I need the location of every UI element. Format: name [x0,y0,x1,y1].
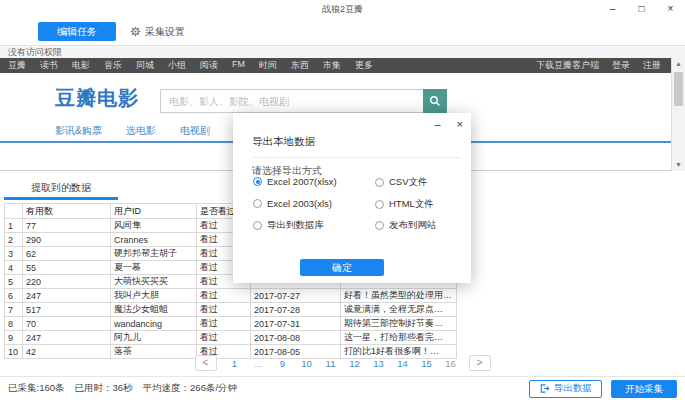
radio-option-website[interactable]: 发布到网站 [375,219,437,232]
col-header-useful: 有用数 [23,204,111,219]
page-15[interactable]: 15 [421,358,433,369]
page-1[interactable]: 1 [229,358,241,369]
subnav-tv[interactable]: 电视剧 [180,124,210,138]
confirm-button[interactable]: 确定 [300,259,384,276]
scroll-up-icon[interactable]: ▲ [672,58,685,70]
browser-scrollbar[interactable]: ▲ ▼ [671,58,685,171]
cell-user: 风间隼 [111,219,197,233]
nav-item-douban[interactable]: 豆瓣 [8,59,26,72]
start-collect-button[interactable]: 开始采集 [611,380,677,398]
title-bar: 战狼2豆瓣 – □ × [0,0,685,18]
nav-item-city[interactable]: 同城 [136,59,154,72]
dialog-title: 导出本地数据 [252,135,315,149]
subnav-pick-movie[interactable]: 选电影 [126,124,156,138]
cell-comment: 好看！虽然类型的处理用… [341,289,457,303]
search-button[interactable] [423,89,447,113]
radio-label: CSV文件 [389,176,428,189]
nav-item-register[interactable]: 注册 [643,59,661,72]
export-dialog: – × 导出本地数据 请选择导出方式 Excel 2007(xlsx) CSV文… [233,113,471,283]
close-button[interactable]: × [656,0,685,18]
douban-nav-bar: 豆瓣 读书 电影 音乐 同城 小组 阅读 FM 时间 东西 市集 更多 下载豆瓣… [0,58,671,73]
page-11[interactable]: 11 [325,358,337,369]
cell-index: 8 [5,317,23,331]
table-row: 9 247 阿九儿 看过 2017-08-08 这一星，打给那些看完… [5,331,457,345]
douban-movie-logo[interactable]: 豆瓣电影 [55,85,139,112]
radio-option-database[interactable]: 导出到数据库 [253,219,324,232]
edit-task-button[interactable]: 编辑任务 [38,22,116,41]
nav-item-market[interactable]: 市集 [323,59,341,72]
cell-index: 9 [5,331,23,345]
nav-item-time[interactable]: 时间 [259,59,277,72]
page-12[interactable]: 12 [349,358,361,369]
radio-icon [253,199,262,208]
status-bar: 已采集:160条 已用时：36秒 平均速度：266条/分钟 导出数据 开始采集 [0,376,685,400]
pagination: < 1 ... 9 10 11 12 13 14 15 16 > [0,353,685,373]
nav-item-fm[interactable]: FM [232,59,245,72]
cell-comment: 期待第三部控制好节奏… [341,317,457,331]
cell-comment: 这一星，打给那些看完… [341,331,457,345]
radio-option-html[interactable]: HTML文件 [375,198,434,211]
scrollbar-thumb[interactable] [674,72,683,106]
douban-nav-right: 下载豆瓣客户端 登录 注册 [536,59,671,72]
page-9[interactable]: 9 [277,358,289,369]
tab-extracted-data[interactable]: 提取到的数据 [4,175,118,200]
dialog-close-button[interactable]: × [457,118,463,130]
nav-item-login[interactable]: 登录 [612,59,630,72]
elapsed-time: 已用时：36秒 [75,382,133,395]
cell-date: 2017-07-31 [251,317,341,331]
cell-date: 2017-07-27 [251,289,341,303]
nav-item-download-app[interactable]: 下载豆瓣客户端 [536,59,599,72]
nav-item-music[interactable]: 音乐 [104,59,122,72]
table-row: 6 247 我叫卢大胆 看过 2017-07-27 好看！虽然类型的处理用… [5,289,457,303]
toolbar: 编辑任务 采集设置 [0,18,685,45]
nav-item-movies[interactable]: 电影 [72,59,90,72]
radio-option-excel-2003[interactable]: Excel 2003(xls) [253,198,332,209]
radio-icon [375,178,384,187]
search-input[interactable] [160,89,423,113]
export-data-button[interactable]: 导出数据 [529,380,602,398]
subnav-tickets[interactable]: 影讯&购票 [55,124,102,138]
radio-label: 发布到网站 [389,219,437,232]
radio-icon [253,177,262,186]
prev-page-button[interactable]: < [195,355,217,371]
statusbar-buttons: 导出数据 开始采集 [529,380,677,398]
export-icon [539,383,550,394]
next-page-button[interactable]: > [469,355,491,371]
cell-useful: 55 [23,261,111,275]
minimize-button[interactable]: – [598,0,627,18]
cell-index: 4 [5,261,23,275]
maximize-button[interactable]: □ [627,0,656,18]
cell-user: Crannes [111,233,197,247]
cell-date: 2017-08-08 [251,331,341,345]
search-bar [160,89,447,113]
page-14[interactable]: 14 [397,358,409,369]
average-speed: 平均速度：266条/分钟 [143,382,238,395]
app-window: 战狼2豆瓣 – □ × 编辑任务 采集设置 没有访问权限 豆瓣 读书 [0,0,685,400]
scroll-down-icon[interactable]: ▼ [672,159,685,171]
table-row: 8 70 wandancing 看过 2017-07-31 期待第三部控制好节奏… [5,317,457,331]
nav-item-books[interactable]: 读书 [40,59,58,72]
page-10[interactable]: 10 [301,358,313,369]
cell-date: 2017-07-28 [251,303,341,317]
collect-settings-button[interactable]: 采集设置 [130,25,185,39]
radio-icon [375,221,384,230]
dialog-minimize-button[interactable]: – [434,118,440,130]
cell-user: 魔法少女蛆蛆 [111,303,197,317]
nav-item-groups[interactable]: 小组 [168,59,186,72]
page-13[interactable]: 13 [373,358,385,369]
cell-watched: 看过 [197,331,251,345]
nav-item-more[interactable]: 更多 [355,59,373,72]
nav-item-things[interactable]: 东西 [291,59,309,72]
cell-watched: 看过 [197,317,251,331]
cell-user: 大萌快买买买 [111,275,197,289]
cell-index: 1 [5,219,23,233]
page-16-current[interactable]: 16 [445,358,457,369]
radio-label: 导出到数据库 [267,219,324,232]
nav-item-read[interactable]: 阅读 [200,59,218,72]
permission-bar: 没有访问权限 [0,46,685,58]
radio-icon [253,221,262,230]
radio-option-excel-2007[interactable]: Excel 2007(xlsx) [253,176,337,187]
cell-user: wandancing [111,317,197,331]
radio-option-csv[interactable]: CSV文件 [375,176,428,189]
cell-useful: 517 [23,303,111,317]
